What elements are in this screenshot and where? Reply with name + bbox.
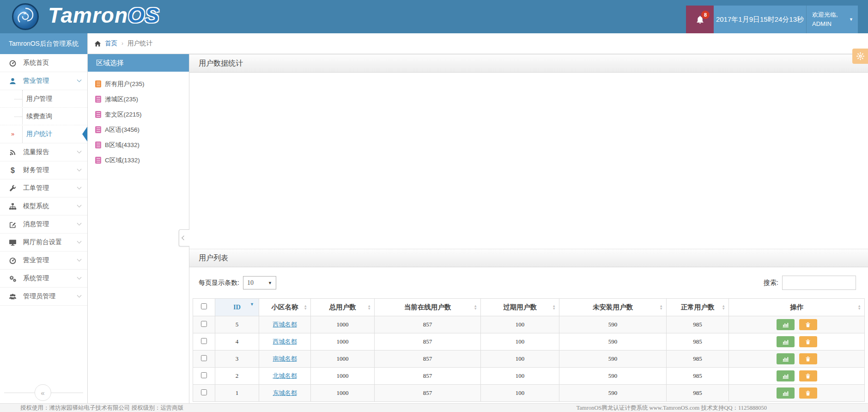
panel-collapse-handle[interactable]	[179, 229, 189, 246]
region-item-weicheng[interactable]: 潍城区(235)	[95, 92, 189, 107]
delete-button[interactable]	[799, 370, 817, 381]
main-content: 用户数据统计 用户列表 每页显示条数: 10 ▼ 搜索:	[189, 54, 868, 403]
svg-text:$: $	[11, 166, 15, 174]
view-stats-button[interactable]	[777, 353, 795, 364]
row-checkbox[interactable]	[201, 389, 207, 395]
region-item-b[interactable]: B区域(4332)	[95, 137, 189, 153]
chevron-down-icon	[77, 184, 82, 189]
column-header-id[interactable]: ID▼	[215, 299, 259, 316]
page-size-label: 每页显示条数:	[199, 279, 239, 287]
sidebar-item-finance-mgmt[interactable]: $ 财务管理	[0, 161, 87, 179]
list-panel-title: 用户列表	[189, 249, 868, 267]
sidebar-collapse-button[interactable]: «	[34, 384, 51, 401]
view-stats-button[interactable]	[777, 336, 795, 347]
community-link[interactable]: 西城名都	[273, 321, 297, 328]
search-label: 搜索:	[764, 279, 778, 287]
sidebar-item-user-mgmt[interactable]: 用户管理	[0, 90, 87, 108]
search-input[interactable]	[782, 276, 856, 290]
tree-dotted-connector	[14, 117, 22, 117]
breadcrumb-current: 用户统计	[127, 39, 152, 48]
chevron-down-icon	[77, 166, 82, 171]
dashboard-icon	[8, 257, 17, 264]
row-checkbox[interactable]	[201, 355, 207, 361]
column-header-actions[interactable]: 操作▲▼	[729, 299, 865, 316]
list-icon	[95, 141, 101, 148]
sidebar-item-portal-settings[interactable]: 网厅前台设置	[0, 234, 87, 252]
region-item-c[interactable]: C区域(1332)	[95, 153, 189, 168]
breadcrumb-separator: ›	[121, 40, 123, 47]
settings-gear-button[interactable]	[852, 49, 868, 64]
row-checkbox[interactable]	[201, 338, 207, 344]
username-text: ADMIN	[812, 19, 847, 29]
bar-chart-icon	[782, 373, 789, 380]
wrench-icon	[8, 184, 17, 192]
region-item-all-users[interactable]: 所有用户(235)	[95, 76, 189, 92]
column-header-normal[interactable]: 正常用户数▲▼	[667, 299, 729, 316]
row-checkbox[interactable]	[201, 372, 207, 378]
active-item-arrow	[82, 127, 87, 141]
sidebar-item-renewal-query[interactable]: 续费查询	[0, 108, 87, 125]
user-menu[interactable]: 欢迎光临, ADMIN ▼	[806, 6, 858, 33]
sitemap-icon	[8, 203, 17, 210]
table-row: 1 东城名都 1000 857 100 590 985	[193, 385, 865, 402]
sidebar-item-business-mgmt-2[interactable]: 营业管理	[0, 252, 87, 270]
delete-button[interactable]	[799, 336, 817, 347]
select-all-header	[193, 299, 215, 316]
delete-button[interactable]	[799, 319, 817, 330]
chevron-down-icon	[77, 239, 82, 243]
sort-icon: ▲▼	[722, 304, 725, 310]
logo-wordmark: TamronOS	[48, 5, 159, 29]
breadcrumb: 首页 › 用户统计	[88, 33, 868, 54]
community-link[interactable]: 西城名都	[273, 338, 297, 345]
breadcrumb-home-link[interactable]: 首页	[105, 39, 117, 48]
datetime-display: 2017年1月9日15时24分13秒	[714, 6, 806, 33]
sidebar-item-user-stats[interactable]: » 用户统计	[0, 125, 87, 143]
column-header-total[interactable]: 总用户数▲▼	[311, 299, 375, 316]
sidebar-item-traffic-report[interactable]: 流量报告	[0, 143, 87, 161]
sidebar-nav: TamronOS后台管理系统 系统首页 营业管理 用户管理 续费查询	[0, 33, 88, 403]
active-submenu-marker: »	[11, 130, 14, 137]
cogs-icon	[8, 275, 17, 283]
sort-desc-icon: ▼	[250, 302, 254, 307]
list-icon	[95, 126, 101, 133]
view-stats-button[interactable]	[777, 319, 795, 330]
column-header-name[interactable]: 小区名称▲▼	[259, 299, 311, 316]
bar-chart-icon	[782, 321, 789, 328]
sidebar-title: TamronOS后台管理系统	[0, 33, 87, 54]
stats-panel-title: 用户数据统计	[189, 54, 868, 73]
community-link[interactable]: 东城名都	[273, 389, 297, 396]
notifications-button[interactable]: 8	[686, 6, 714, 33]
community-link[interactable]: 北城名都	[273, 372, 297, 379]
sidebar-item-model-system[interactable]: 模型系统	[0, 197, 87, 215]
region-item-a[interactable]: A区语(3456)	[95, 122, 189, 137]
delete-button[interactable]	[799, 353, 817, 364]
users-icon	[8, 293, 17, 301]
sidebar-item-system-mgmt[interactable]: 系统管理	[0, 270, 87, 288]
delete-button[interactable]	[799, 387, 817, 399]
sidebar-item-dashboard[interactable]: 系统首页	[0, 54, 87, 72]
view-stats-button[interactable]	[777, 387, 795, 399]
page-size-select[interactable]: 10 ▼	[243, 276, 276, 289]
sidebar-item-business-mgmt[interactable]: 营业管理	[0, 72, 87, 90]
sidebar-item-workorder-mgmt[interactable]: 工单管理	[0, 179, 87, 197]
home-icon	[94, 40, 101, 47]
rss-icon	[8, 148, 17, 156]
chart-area	[189, 73, 868, 246]
column-header-expired[interactable]: 过期用户数▲▼	[481, 299, 559, 316]
list-icon	[95, 157, 101, 164]
chevron-down-icon	[77, 275, 82, 279]
select-all-checkbox[interactable]	[201, 303, 207, 309]
chevron-down-icon	[77, 221, 82, 225]
sidebar-item-admin-mgmt[interactable]: 管理员管理	[0, 288, 87, 306]
table-row: 2 北城名都 1000 857 100 590 985	[193, 368, 865, 385]
row-checkbox[interactable]	[201, 321, 207, 327]
desktop-icon	[8, 239, 17, 246]
region-item-kuiwen[interactable]: 奎文区(2215)	[95, 107, 189, 122]
view-stats-button[interactable]	[777, 370, 795, 381]
community-link[interactable]: 南城名都	[273, 355, 297, 362]
column-header-uninstalled[interactable]: 未安装用户数▲▼	[559, 299, 667, 316]
column-header-online[interactable]: 当前在线用户数▲▼	[375, 299, 481, 316]
sidebar-item-message-mgmt[interactable]: 消息管理	[0, 215, 87, 234]
region-select-panel: 区域选择 所有用户(235) 潍城区(235) 奎文区(2215)	[88, 54, 189, 403]
top-header-bar: TamronOS 8 2017年1月9日15时24分13秒 欢迎光临, ADMI…	[0, 0, 868, 33]
